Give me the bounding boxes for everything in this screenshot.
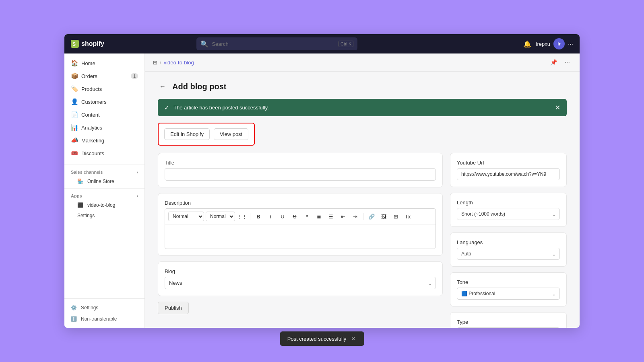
marketing-icon: 📣 [71, 137, 77, 144]
sidebar-label-customers: Customers [81, 99, 107, 105]
breadcrumb-app-link[interactable]: video-to-blog [164, 60, 194, 66]
success-message: The article has been posted successfully… [173, 105, 269, 111]
blog-section: Blog News Tech General [158, 261, 443, 296]
youtube-url-input[interactable] [457, 168, 560, 180]
unordered-list-button[interactable]: ☰ [326, 211, 336, 222]
sidebar-item-customers[interactable]: 👤 Customers [64, 95, 144, 108]
tone-label: Tone [457, 279, 560, 285]
search-icon: 🔍 [200, 40, 208, 48]
sidebar-item-orders[interactable]: 📦 Orders 1 [64, 70, 144, 82]
sidebar-label-products: Products [81, 86, 102, 92]
length-select[interactable]: Short (~1000 words) Medium (~2000 words)… [457, 208, 560, 220]
sidebar-item-online-store[interactable]: 🏪 Online Store [64, 176, 144, 187]
languages-label: Languages [457, 239, 560, 245]
search-bar[interactable]: 🔍 Ctrl K [196, 37, 357, 50]
shopify-logo: S shopify [71, 40, 104, 48]
sidebar-item-non-transferable: ℹ️ Non-transferable [64, 313, 144, 325]
link-button[interactable]: 🔗 [366, 211, 377, 222]
title-label: Title [165, 160, 436, 166]
type-select[interactable]: Featured Image Inline Image No Image [457, 327, 560, 328]
logo-text: shopify [81, 40, 104, 47]
left-column: Title Description Normal Heading 1 [158, 153, 443, 314]
toast-message: Post created successfully [287, 336, 347, 342]
topbar-right: 🔔 irepxu ir ⋯ [523, 38, 573, 49]
style-select-1[interactable]: Normal Heading 1 Heading 2 [168, 212, 204, 221]
sidebar-item-settings-sub[interactable]: Settings [64, 210, 144, 221]
length-section: Length Short (~1000 words) Medium (~2000… [450, 193, 567, 227]
youtube-url-label: Youtube Url [457, 160, 560, 166]
page-header: ← Add blog post [158, 81, 567, 92]
sidebar-label-home: Home [81, 60, 95, 66]
tone-select[interactable]: 🟦 Professional Casual Formal [457, 288, 560, 300]
close-banner-button[interactable]: ✕ [555, 104, 560, 111]
breadcrumb-actions: 📌 ⋯ [549, 58, 572, 67]
title-input[interactable] [165, 168, 436, 181]
breadcrumb: ⊞ / video-to-blog [153, 60, 194, 66]
sidebar-item-discounts[interactable]: 🎟️ Discounts [64, 147, 144, 160]
ordered-list-button[interactable]: ≣ [314, 211, 324, 222]
sidebar-item-video-to-blog[interactable]: ⬛ video-to-blog [64, 200, 144, 210]
indent-left-button[interactable]: ⇤ [338, 211, 348, 222]
customers-icon: 👤 [71, 98, 77, 105]
pin-button[interactable]: 📌 [549, 58, 559, 67]
back-button[interactable]: ← [158, 81, 167, 92]
strikethrough-button[interactable]: S [289, 211, 300, 222]
italic-button[interactable]: I [265, 211, 276, 222]
sidebar-item-home[interactable]: 🏠 Home [64, 57, 144, 70]
content-scroll: ← Add blog post ✓ The article has been p… [145, 72, 580, 328]
view-post-button[interactable]: View post [214, 128, 248, 140]
breadcrumb-grid-icon: ⊞ [153, 60, 157, 66]
action-buttons-row: Edit in Shopify View post [158, 123, 255, 146]
editor-wrapper: Normal Heading 1 Heading 2 Normal ⋮⋮ [165, 208, 436, 249]
indent-right-button[interactable]: ⇥ [350, 211, 360, 222]
sidebar-item-settings[interactable]: ⚙️ Settings [64, 302, 144, 313]
sidebar-label-analytics: Analytics [81, 125, 102, 131]
style-select-2[interactable]: Normal [206, 212, 235, 221]
toolbar-more-btn[interactable]: ⋮⋮ [237, 211, 247, 222]
sidebar-label-discounts: Discounts [81, 150, 104, 156]
bold-button[interactable]: B [253, 211, 264, 222]
sidebar-label-content: Content [81, 112, 100, 118]
search-shortcut: Ctrl K [339, 41, 354, 47]
success-banner: ✓ The article has been posted successful… [158, 99, 567, 116]
products-icon: 🏷️ [71, 85, 77, 93]
two-col-layout: Title Description Normal Heading 1 [158, 153, 567, 328]
tone-section: Tone 🟦 Professional Casual Formal [450, 272, 567, 306]
sidebar-item-content[interactable]: 📄 Content [64, 108, 144, 121]
editor-toolbar: Normal Heading 1 Heading 2 Normal ⋮⋮ [165, 209, 436, 224]
settings-icon: ⚙️ [71, 305, 77, 311]
app-icon: ⬛ [77, 202, 83, 208]
content-area: ⊞ / video-to-blog 📌 ⋯ ← Add blog post [145, 53, 580, 328]
apps-expand-icon[interactable]: › [137, 194, 138, 198]
editor-body[interactable] [165, 224, 436, 249]
sidebar-item-products[interactable]: 🏷️ Products [64, 82, 144, 95]
publish-button[interactable]: Publish [158, 302, 189, 314]
user-menu-icon[interactable]: ⋯ [568, 41, 573, 47]
clear-format-button[interactable]: Tx [402, 211, 413, 222]
more-options-button[interactable]: ⋯ [563, 58, 572, 67]
content-icon: 📄 [71, 111, 77, 118]
sidebar-item-analytics[interactable]: 📊 Analytics [64, 121, 144, 134]
orders-icon: 📦 [71, 72, 77, 80]
search-input[interactable] [212, 41, 335, 47]
sidebar-item-marketing[interactable]: 📣 Marketing [64, 134, 144, 147]
discounts-icon: 🎟️ [71, 150, 77, 157]
table-button[interactable]: ⊞ [390, 211, 401, 222]
notifications-icon[interactable]: 🔔 [523, 40, 531, 48]
type-section: Type Featured Image Inline Image No Imag… [450, 312, 567, 328]
toast-close-button[interactable]: ✕ [350, 335, 357, 342]
info-icon: ℹ️ [71, 316, 77, 322]
expand-icon[interactable]: › [137, 170, 138, 175]
sidebar: 🏠 Home 📦 Orders 1 🏷️ Products 👤 Customer… [64, 53, 145, 328]
sidebar-label-orders: Orders [81, 73, 97, 79]
edit-in-shopify-button[interactable]: Edit in Shopify [164, 128, 210, 140]
image-button[interactable]: 🖼 [378, 211, 389, 222]
page-title: Add blog post [172, 82, 226, 91]
blog-label: Blog [165, 268, 436, 274]
blog-select[interactable]: News Tech General [165, 277, 436, 289]
quote-button[interactable]: ❝ [301, 211, 312, 222]
languages-select[interactable]: Auto English Spanish [457, 248, 560, 260]
sidebar-label-marketing: Marketing [81, 138, 104, 144]
underline-button[interactable]: U [277, 211, 288, 222]
languages-section: Languages Auto English Spanish [450, 232, 567, 267]
